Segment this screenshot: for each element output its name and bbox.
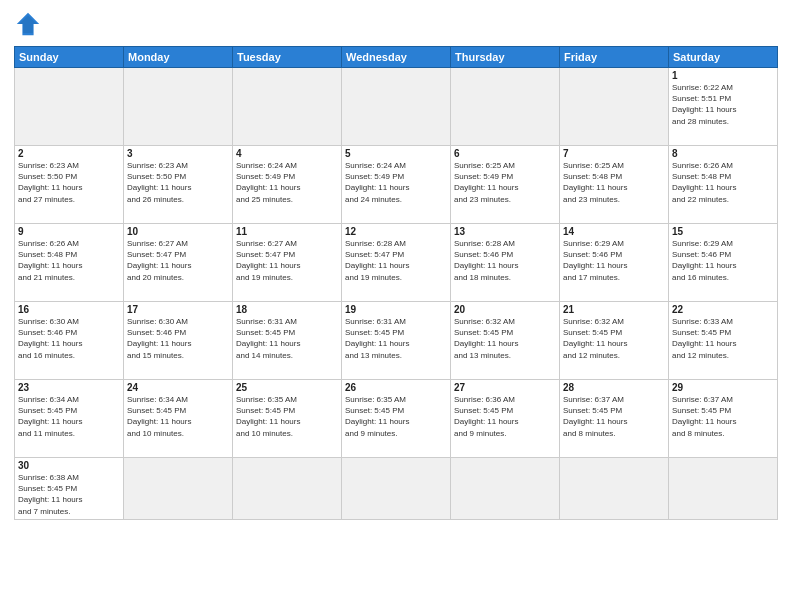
calendar: SundayMondayTuesdayWednesdayThursdayFrid… (14, 46, 778, 520)
day-info: Sunrise: 6:26 AM Sunset: 5:48 PM Dayligh… (18, 238, 120, 283)
day-number: 6 (454, 148, 556, 159)
calendar-cell: 7Sunrise: 6:25 AM Sunset: 5:48 PM Daylig… (560, 146, 669, 224)
day-info: Sunrise: 6:30 AM Sunset: 5:46 PM Dayligh… (18, 316, 120, 361)
calendar-header-friday: Friday (560, 47, 669, 68)
calendar-cell (560, 68, 669, 146)
day-number: 10 (127, 226, 229, 237)
day-number: 15 (672, 226, 774, 237)
logo-icon (14, 10, 42, 38)
day-number: 24 (127, 382, 229, 393)
day-info: Sunrise: 6:30 AM Sunset: 5:46 PM Dayligh… (127, 316, 229, 361)
calendar-cell: 18Sunrise: 6:31 AM Sunset: 5:45 PM Dayli… (233, 302, 342, 380)
calendar-cell (451, 458, 560, 520)
day-number: 11 (236, 226, 338, 237)
day-number: 13 (454, 226, 556, 237)
day-info: Sunrise: 6:32 AM Sunset: 5:45 PM Dayligh… (563, 316, 665, 361)
day-info: Sunrise: 6:23 AM Sunset: 5:50 PM Dayligh… (127, 160, 229, 205)
calendar-cell: 12Sunrise: 6:28 AM Sunset: 5:47 PM Dayli… (342, 224, 451, 302)
day-info: Sunrise: 6:33 AM Sunset: 5:45 PM Dayligh… (672, 316, 774, 361)
day-info: Sunrise: 6:29 AM Sunset: 5:46 PM Dayligh… (672, 238, 774, 283)
day-number: 28 (563, 382, 665, 393)
day-number: 8 (672, 148, 774, 159)
day-number: 20 (454, 304, 556, 315)
day-info: Sunrise: 6:26 AM Sunset: 5:48 PM Dayligh… (672, 160, 774, 205)
day-number: 18 (236, 304, 338, 315)
calendar-cell: 4Sunrise: 6:24 AM Sunset: 5:49 PM Daylig… (233, 146, 342, 224)
day-number: 1 (672, 70, 774, 81)
day-info: Sunrise: 6:31 AM Sunset: 5:45 PM Dayligh… (345, 316, 447, 361)
day-number: 14 (563, 226, 665, 237)
header (14, 10, 778, 38)
calendar-cell: 27Sunrise: 6:36 AM Sunset: 5:45 PM Dayli… (451, 380, 560, 458)
calendar-cell: 5Sunrise: 6:24 AM Sunset: 5:49 PM Daylig… (342, 146, 451, 224)
day-info: Sunrise: 6:28 AM Sunset: 5:46 PM Dayligh… (454, 238, 556, 283)
day-info: Sunrise: 6:36 AM Sunset: 5:45 PM Dayligh… (454, 394, 556, 439)
calendar-cell: 3Sunrise: 6:23 AM Sunset: 5:50 PM Daylig… (124, 146, 233, 224)
calendar-cell: 14Sunrise: 6:29 AM Sunset: 5:46 PM Dayli… (560, 224, 669, 302)
calendar-header-tuesday: Tuesday (233, 47, 342, 68)
calendar-cell: 1Sunrise: 6:22 AM Sunset: 5:51 PM Daylig… (669, 68, 778, 146)
day-number: 29 (672, 382, 774, 393)
calendar-cell: 29Sunrise: 6:37 AM Sunset: 5:45 PM Dayli… (669, 380, 778, 458)
calendar-cell: 8Sunrise: 6:26 AM Sunset: 5:48 PM Daylig… (669, 146, 778, 224)
calendar-cell: 24Sunrise: 6:34 AM Sunset: 5:45 PM Dayli… (124, 380, 233, 458)
day-info: Sunrise: 6:38 AM Sunset: 5:45 PM Dayligh… (18, 472, 120, 517)
day-info: Sunrise: 6:24 AM Sunset: 5:49 PM Dayligh… (236, 160, 338, 205)
day-number: 17 (127, 304, 229, 315)
calendar-cell (233, 458, 342, 520)
calendar-cell: 25Sunrise: 6:35 AM Sunset: 5:45 PM Dayli… (233, 380, 342, 458)
day-info: Sunrise: 6:25 AM Sunset: 5:49 PM Dayligh… (454, 160, 556, 205)
day-number: 9 (18, 226, 120, 237)
calendar-cell (560, 458, 669, 520)
day-info: Sunrise: 6:37 AM Sunset: 5:45 PM Dayligh… (563, 394, 665, 439)
day-info: Sunrise: 6:22 AM Sunset: 5:51 PM Dayligh… (672, 82, 774, 127)
calendar-cell: 30Sunrise: 6:38 AM Sunset: 5:45 PM Dayli… (15, 458, 124, 520)
day-info: Sunrise: 6:29 AM Sunset: 5:46 PM Dayligh… (563, 238, 665, 283)
day-info: Sunrise: 6:27 AM Sunset: 5:47 PM Dayligh… (127, 238, 229, 283)
day-number: 2 (18, 148, 120, 159)
day-info: Sunrise: 6:31 AM Sunset: 5:45 PM Dayligh… (236, 316, 338, 361)
day-number: 26 (345, 382, 447, 393)
day-info: Sunrise: 6:27 AM Sunset: 5:47 PM Dayligh… (236, 238, 338, 283)
calendar-cell (124, 68, 233, 146)
calendar-cell (342, 68, 451, 146)
day-number: 5 (345, 148, 447, 159)
day-info: Sunrise: 6:34 AM Sunset: 5:45 PM Dayligh… (18, 394, 120, 439)
day-number: 30 (18, 460, 120, 471)
calendar-cell: 17Sunrise: 6:30 AM Sunset: 5:46 PM Dayli… (124, 302, 233, 380)
calendar-cell: 16Sunrise: 6:30 AM Sunset: 5:46 PM Dayli… (15, 302, 124, 380)
day-number: 23 (18, 382, 120, 393)
calendar-header-saturday: Saturday (669, 47, 778, 68)
day-info: Sunrise: 6:35 AM Sunset: 5:45 PM Dayligh… (345, 394, 447, 439)
calendar-cell (669, 458, 778, 520)
calendar-cell (233, 68, 342, 146)
day-info: Sunrise: 6:28 AM Sunset: 5:47 PM Dayligh… (345, 238, 447, 283)
calendar-header-monday: Monday (124, 47, 233, 68)
calendar-cell: 21Sunrise: 6:32 AM Sunset: 5:45 PM Dayli… (560, 302, 669, 380)
calendar-cell: 13Sunrise: 6:28 AM Sunset: 5:46 PM Dayli… (451, 224, 560, 302)
calendar-cell (15, 68, 124, 146)
day-number: 12 (345, 226, 447, 237)
day-info: Sunrise: 6:24 AM Sunset: 5:49 PM Dayligh… (345, 160, 447, 205)
calendar-cell: 22Sunrise: 6:33 AM Sunset: 5:45 PM Dayli… (669, 302, 778, 380)
day-number: 22 (672, 304, 774, 315)
calendar-header-sunday: Sunday (15, 47, 124, 68)
day-info: Sunrise: 6:35 AM Sunset: 5:45 PM Dayligh… (236, 394, 338, 439)
day-number: 25 (236, 382, 338, 393)
calendar-header-wednesday: Wednesday (342, 47, 451, 68)
calendar-cell: 26Sunrise: 6:35 AM Sunset: 5:45 PM Dayli… (342, 380, 451, 458)
day-info: Sunrise: 6:32 AM Sunset: 5:45 PM Dayligh… (454, 316, 556, 361)
calendar-cell: 28Sunrise: 6:37 AM Sunset: 5:45 PM Dayli… (560, 380, 669, 458)
calendar-cell: 15Sunrise: 6:29 AM Sunset: 5:46 PM Dayli… (669, 224, 778, 302)
day-info: Sunrise: 6:23 AM Sunset: 5:50 PM Dayligh… (18, 160, 120, 205)
day-info: Sunrise: 6:34 AM Sunset: 5:45 PM Dayligh… (127, 394, 229, 439)
calendar-cell: 10Sunrise: 6:27 AM Sunset: 5:47 PM Dayli… (124, 224, 233, 302)
calendar-cell (342, 458, 451, 520)
calendar-cell: 2Sunrise: 6:23 AM Sunset: 5:50 PM Daylig… (15, 146, 124, 224)
calendar-cell: 11Sunrise: 6:27 AM Sunset: 5:47 PM Dayli… (233, 224, 342, 302)
day-number: 27 (454, 382, 556, 393)
calendar-header-thursday: Thursday (451, 47, 560, 68)
svg-marker-1 (19, 16, 37, 33)
calendar-cell: 9Sunrise: 6:26 AM Sunset: 5:48 PM Daylig… (15, 224, 124, 302)
day-info: Sunrise: 6:25 AM Sunset: 5:48 PM Dayligh… (563, 160, 665, 205)
